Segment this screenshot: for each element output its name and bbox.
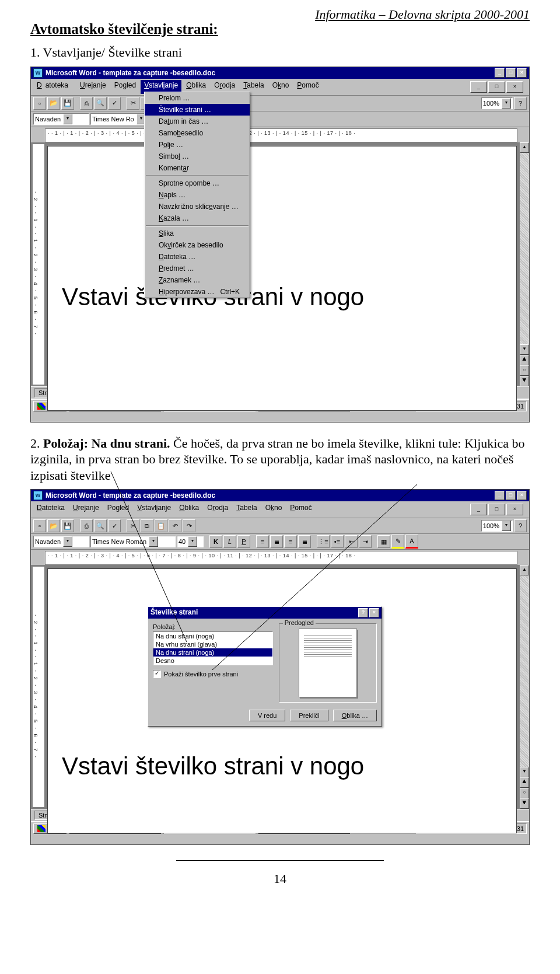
menu-vstavljanje[interactable]: Vstavljanje xyxy=(134,502,174,516)
preview-icon[interactable]: 🔍 xyxy=(94,519,107,532)
copy-icon[interactable]: ⧉ xyxy=(141,519,153,532)
style-combo[interactable]: Navaden▾ xyxy=(33,113,89,125)
nextpage-icon[interactable]: ⯆ xyxy=(520,376,529,386)
mi-stevilke-strani[interactable]: Številke strani … xyxy=(145,104,250,116)
menu-tabela[interactable]: Tabela xyxy=(233,502,260,516)
mi-okvircek[interactable]: Okvirček za besedilo xyxy=(145,239,250,251)
list-item-selected[interactable]: Na dnu strani (noga) xyxy=(153,648,272,657)
menu-orodja[interactable]: Orodja xyxy=(204,502,232,516)
menu-pogled[interactable]: Pogled xyxy=(111,80,139,94)
open-icon[interactable]: 📂 xyxy=(47,519,60,532)
style-combo[interactable]: Navaden▾ xyxy=(33,536,89,547)
print-icon[interactable]: ⎙ xyxy=(80,519,93,532)
cut-icon[interactable]: ✂ xyxy=(127,519,139,532)
prevpage-icon[interactable]: ⯅ xyxy=(520,355,529,365)
menu-datoteka[interactable]: Datoteka xyxy=(33,502,68,516)
menu-okno[interactable]: Okno xyxy=(262,502,286,516)
mi-predmet[interactable]: Predmet … xyxy=(145,263,250,274)
list-item[interactable]: Desno xyxy=(153,657,272,665)
mi-polje[interactable]: Polje … xyxy=(145,139,250,151)
dialog-help-button[interactable]: ? xyxy=(358,608,368,617)
help-icon[interactable]: ? xyxy=(514,97,527,110)
polozaj-listbox[interactable]: Na dnu strani (noga) Na vrhu strani (gla… xyxy=(153,631,273,665)
list-item[interactable]: Na dnu strani (noga) xyxy=(153,632,272,640)
new-doc-icon[interactable]: ▫ xyxy=(33,97,46,110)
indent-icon[interactable]: ⇥ xyxy=(359,535,372,548)
fontcolor-icon[interactable]: A xyxy=(405,535,418,549)
mi-navzkrizno[interactable]: Navzkrižno sklicevanje … xyxy=(145,201,250,212)
help-icon[interactable]: ? xyxy=(514,519,527,532)
mi-samobesedilo[interactable]: Samobesedilo xyxy=(145,127,250,139)
nextpage-icon[interactable]: ⯆ xyxy=(520,798,529,809)
mi-kazala[interactable]: Kazala … xyxy=(145,212,250,224)
new-doc-icon[interactable]: ▫ xyxy=(33,519,46,532)
spellcheck-icon[interactable]: ✓ xyxy=(108,97,121,110)
save-icon[interactable]: 💾 xyxy=(61,97,74,110)
undo-icon[interactable]: ↶ xyxy=(169,519,181,532)
doc-maximize-button[interactable]: □ xyxy=(488,81,505,93)
vertical-scrollbar[interactable]: ▲ ▼ ⯅ ○ ⯆ xyxy=(519,142,529,386)
zoom-combo[interactable]: 100%▾ xyxy=(481,520,513,532)
list-item[interactable]: Na vrhu strani (glava) xyxy=(153,640,272,648)
mi-zaznamek[interactable]: Zaznamek … xyxy=(145,274,250,286)
redo-icon[interactable]: ↷ xyxy=(183,519,195,532)
menu-urejanje[interactable]: Urejanje xyxy=(69,502,103,516)
mi-datoteka[interactable]: Datoteka … xyxy=(145,251,250,263)
scroll-up-icon[interactable]: ▲ xyxy=(520,565,529,575)
mi-sprotne[interactable]: Sprotne opombe … xyxy=(145,177,250,189)
cancel-button[interactable]: Prekliči xyxy=(290,710,328,721)
mi-slika[interactable]: Slika xyxy=(145,228,250,239)
close-button[interactable]: × xyxy=(517,491,527,500)
highlight-icon[interactable]: ✎ xyxy=(391,535,404,549)
menu-urejanje[interactable]: Urejanje xyxy=(76,80,110,94)
bold-icon[interactable]: K xyxy=(209,535,222,548)
menu-datoteka[interactable]: Datoteka xyxy=(33,80,75,94)
doc-minimize-button[interactable]: _ xyxy=(470,81,487,93)
paste-icon[interactable]: 📋 xyxy=(155,519,167,532)
font-combo[interactable]: Times New Roman▾ xyxy=(90,536,176,547)
save-icon[interactable]: 💾 xyxy=(61,519,74,532)
underline-icon[interactable]: P xyxy=(237,535,250,548)
doc-maximize-button[interactable]: □ xyxy=(488,504,505,515)
numbering-icon[interactable]: ⋮≡ xyxy=(317,535,330,548)
menu-pomoc[interactable]: Pomoč xyxy=(293,80,322,94)
vertical-scrollbar[interactable]: ▲ ▼ ⯅ ○ ⯆ xyxy=(519,565,529,809)
checkbox-icon[interactable]: ✓ xyxy=(153,670,161,678)
open-icon[interactable]: 📂 xyxy=(47,97,60,110)
mi-prelom[interactable]: Prelom … xyxy=(145,92,250,104)
close-button[interactable]: × xyxy=(517,68,527,78)
format-button[interactable]: Oblika … xyxy=(333,710,377,721)
cut-icon[interactable]: ✂ xyxy=(127,97,139,110)
mi-hiperpovezava[interactable]: Hiperpovezava … Ctrl+K xyxy=(145,286,250,298)
dialog-close-button[interactable]: × xyxy=(369,608,379,617)
menu-pogled[interactable]: Pogled xyxy=(104,502,132,516)
italic-icon[interactable]: L xyxy=(223,535,236,548)
align-justify-icon[interactable]: ≣ xyxy=(298,535,311,548)
maximize-button[interactable]: □ xyxy=(506,491,516,500)
menu-oblika[interactable]: Oblika xyxy=(176,502,202,516)
mi-simbol[interactable]: Simbol … xyxy=(145,151,250,162)
mi-datum[interactable]: Datum in čas … xyxy=(145,116,250,127)
minimize-button[interactable]: _ xyxy=(495,68,505,78)
ok-button[interactable]: V redu xyxy=(249,710,285,721)
spellcheck-icon[interactable]: ✓ xyxy=(108,519,121,532)
doc-close-button[interactable]: × xyxy=(506,504,523,515)
document-area[interactable]: Vstavi številko strani v nogo xyxy=(47,146,517,411)
prevpage-icon[interactable]: ⯅ xyxy=(520,777,529,788)
menu-okno[interactable]: Okno xyxy=(269,80,293,94)
mi-komentar[interactable]: Komentar xyxy=(145,162,250,174)
doc-minimize-button[interactable]: _ xyxy=(470,504,487,515)
mi-napis[interactable]: Napis … xyxy=(145,189,250,201)
print-icon[interactable]: ⎙ xyxy=(80,97,93,110)
scroll-up-icon[interactable]: ▲ xyxy=(520,142,529,153)
bullets-icon[interactable]: •≡ xyxy=(331,535,344,548)
doc-close-button[interactable]: × xyxy=(506,81,523,93)
preview-icon[interactable]: 🔍 xyxy=(94,97,107,110)
menu-pomoc[interactable]: Pomoč xyxy=(286,502,315,516)
maximize-button[interactable]: □ xyxy=(506,68,516,78)
fontsize-combo[interactable]: 40▾ xyxy=(177,536,204,547)
minimize-button[interactable]: _ xyxy=(495,491,505,500)
scroll-down-icon[interactable]: ▼ xyxy=(520,344,529,355)
align-left-icon[interactable]: ≡ xyxy=(256,535,269,548)
browse-icon[interactable]: ○ xyxy=(520,365,529,376)
